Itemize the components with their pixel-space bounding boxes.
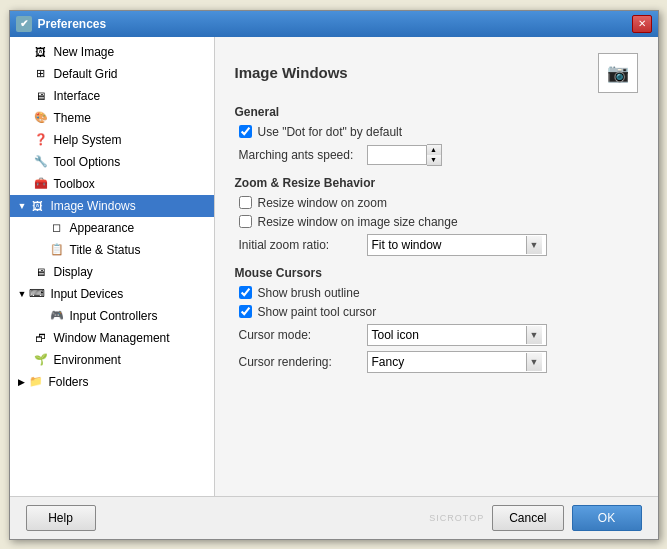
sidebar-label-interface: Interface bbox=[54, 89, 101, 103]
expand-icon-input-devices: ▼ bbox=[18, 289, 27, 299]
close-button[interactable]: ✕ bbox=[632, 15, 652, 33]
general-section-label: General bbox=[235, 105, 638, 119]
icon-new-image: 🖼 bbox=[33, 44, 49, 60]
zoom-section-label: Zoom & Resize Behavior bbox=[235, 176, 638, 190]
show-paint-label: Show paint tool cursor bbox=[258, 305, 377, 319]
help-button[interactable]: Help bbox=[26, 505, 96, 531]
sidebar-item-title-status[interactable]: 📋Title & Status bbox=[10, 239, 214, 261]
cursor-mode-select[interactable]: Tool icon ▼ bbox=[367, 324, 547, 346]
icon-image-windows: 🖼 bbox=[29, 198, 45, 214]
sidebar-item-tool-options[interactable]: 🔧Tool Options bbox=[10, 151, 214, 173]
sidebar-label-input-devices: Input Devices bbox=[50, 287, 123, 301]
sidebar-label-theme: Theme bbox=[54, 111, 91, 125]
sidebar-item-input-devices[interactable]: ▼⌨Input Devices bbox=[10, 283, 214, 305]
sidebar-label-default-grid: Default Grid bbox=[54, 67, 118, 81]
icon-default-grid: ⊞ bbox=[33, 66, 49, 82]
sidebar-label-new-image: New Image bbox=[54, 45, 115, 59]
title-bar: ✔ Preferences ✕ bbox=[10, 11, 658, 37]
main-panel: Image Windows 📷 General Use "Dot for dot… bbox=[215, 37, 658, 496]
initial-zoom-label: Initial zoom ratio: bbox=[239, 238, 359, 252]
sidebar-item-folders[interactable]: ▶📁Folders bbox=[10, 371, 214, 393]
marching-ants-row: Marching ants speed: 300 ▲ ▼ bbox=[239, 144, 638, 166]
expand-icon-image-windows: ▼ bbox=[18, 201, 27, 211]
sidebar-item-toolbox[interactable]: 🧰Toolbox bbox=[10, 173, 214, 195]
icon-input-controllers: 🎮 bbox=[49, 308, 65, 324]
show-brush-row: Show brush outline bbox=[239, 286, 638, 300]
icon-folders: 📁 bbox=[28, 374, 44, 390]
preferences-dialog: ✔ Preferences ✕ 🖼New Image⊞Default Grid🖥… bbox=[9, 10, 659, 540]
show-paint-checkbox[interactable] bbox=[239, 305, 252, 318]
resize-on-zoom-label: Resize window on zoom bbox=[258, 196, 387, 210]
sidebar-item-environment[interactable]: 🌱Environment bbox=[10, 349, 214, 371]
sidebar-item-appearance[interactable]: ◻Appearance bbox=[10, 217, 214, 239]
dot-for-dot-label: Use "Dot for dot" by default bbox=[258, 125, 403, 139]
icon-environment: 🌱 bbox=[33, 352, 49, 368]
marching-ants-input[interactable]: 300 bbox=[367, 145, 427, 165]
dot-for-dot-row: Use "Dot for dot" by default bbox=[239, 125, 638, 139]
icon-help-system: ❓ bbox=[33, 132, 49, 148]
cursor-rendering-value: Fancy bbox=[372, 355, 405, 369]
dialog-icon: ✔ bbox=[16, 16, 32, 32]
cancel-button[interactable]: Cancel bbox=[492, 505, 563, 531]
expand-icon-folders: ▶ bbox=[18, 377, 25, 387]
resize-on-zoom-checkbox[interactable] bbox=[239, 196, 252, 209]
icon-interface: 🖥 bbox=[33, 88, 49, 104]
sidebar-label-input-controllers: Input Controllers bbox=[70, 309, 158, 323]
initial-zoom-row: Initial zoom ratio: Fit to window ▼ bbox=[239, 234, 638, 256]
watermark-text: SICROTOP bbox=[429, 513, 484, 523]
cursor-rendering-label: Cursor rendering: bbox=[239, 355, 359, 369]
icon-title-status: 📋 bbox=[49, 242, 65, 258]
resize-on-image-label: Resize window on image size change bbox=[258, 215, 458, 229]
spinner-buttons: ▲ ▼ bbox=[427, 144, 442, 166]
icon-input-devices: ⌨ bbox=[29, 286, 45, 302]
dot-for-dot-checkbox[interactable] bbox=[239, 125, 252, 138]
sidebar-item-display[interactable]: 🖥Display bbox=[10, 261, 214, 283]
icon-appearance: ◻ bbox=[49, 220, 65, 236]
sidebar-item-image-windows[interactable]: ▼🖼Image Windows bbox=[10, 195, 214, 217]
resize-on-image-checkbox[interactable] bbox=[239, 215, 252, 228]
icon-display: 🖥 bbox=[33, 264, 49, 280]
icon-window-management: 🗗 bbox=[33, 330, 49, 346]
resize-on-zoom-row: Resize window on zoom bbox=[239, 196, 638, 210]
ok-button[interactable]: OK bbox=[572, 505, 642, 531]
title-bar-left: ✔ Preferences bbox=[16, 16, 107, 32]
spinner-down[interactable]: ▼ bbox=[427, 155, 441, 165]
cursor-mode-label: Cursor mode: bbox=[239, 328, 359, 342]
panel-title: Image Windows 📷 bbox=[235, 53, 638, 93]
resize-on-image-row: Resize window on image size change bbox=[239, 215, 638, 229]
sidebar-item-new-image[interactable]: 🖼New Image bbox=[10, 41, 214, 63]
sidebar-label-image-windows: Image Windows bbox=[50, 199, 135, 213]
ok-cancel-group: SICROTOP Cancel OK bbox=[429, 505, 641, 531]
show-brush-checkbox[interactable] bbox=[239, 286, 252, 299]
dialog-title: Preferences bbox=[38, 17, 107, 31]
initial-zoom-select[interactable]: Fit to window ▼ bbox=[367, 234, 547, 256]
sidebar-label-tool-options: Tool Options bbox=[54, 155, 121, 169]
show-paint-row: Show paint tool cursor bbox=[239, 305, 638, 319]
sidebar-label-display: Display bbox=[54, 265, 93, 279]
mouse-cursors-label: Mouse Cursors bbox=[235, 266, 638, 280]
panel-icon: 📷 bbox=[598, 53, 638, 93]
cursor-mode-arrow: ▼ bbox=[526, 326, 542, 344]
icon-tool-options: 🔧 bbox=[33, 154, 49, 170]
sidebar-label-environment: Environment bbox=[54, 353, 121, 367]
marching-ants-label: Marching ants speed: bbox=[239, 148, 359, 162]
sidebar-item-default-grid[interactable]: ⊞Default Grid bbox=[10, 63, 214, 85]
sidebar-item-help-system[interactable]: ❓Help System bbox=[10, 129, 214, 151]
bottom-bar: Help SICROTOP Cancel OK bbox=[10, 496, 658, 539]
cursor-rendering-select[interactable]: Fancy ▼ bbox=[367, 351, 547, 373]
sidebar-label-appearance: Appearance bbox=[70, 221, 135, 235]
sidebar-item-theme[interactable]: 🎨Theme bbox=[10, 107, 214, 129]
icon-toolbox: 🧰 bbox=[33, 176, 49, 192]
zoom-dropdown-arrow: ▼ bbox=[526, 236, 542, 254]
content-area: 🖼New Image⊞Default Grid🖥Interface🎨Theme❓… bbox=[10, 37, 658, 496]
panel-title-text: Image Windows bbox=[235, 64, 348, 81]
sidebar-label-title-status: Title & Status bbox=[70, 243, 141, 257]
cursor-mode-row: Cursor mode: Tool icon ▼ bbox=[239, 324, 638, 346]
sidebar-item-input-controllers[interactable]: 🎮Input Controllers bbox=[10, 305, 214, 327]
marching-ants-spinner: 300 ▲ ▼ bbox=[367, 144, 442, 166]
sidebar-item-interface[interactable]: 🖥Interface bbox=[10, 85, 214, 107]
sidebar-item-window-management[interactable]: 🗗Window Management bbox=[10, 327, 214, 349]
spinner-up[interactable]: ▲ bbox=[427, 145, 441, 155]
initial-zoom-value: Fit to window bbox=[372, 238, 442, 252]
cursor-mode-value: Tool icon bbox=[372, 328, 419, 342]
